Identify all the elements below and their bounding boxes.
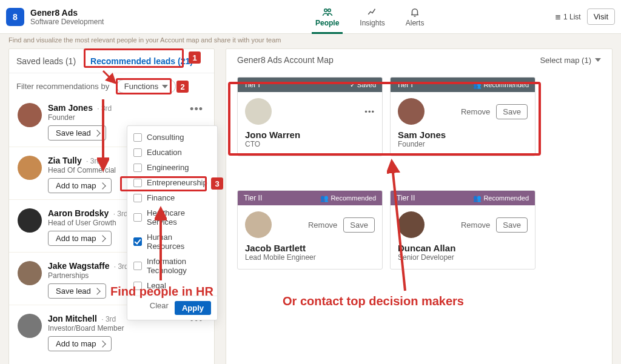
people-icon — [322, 7, 333, 18]
connection-level: · 3rd — [111, 210, 127, 218]
option-label: Legal — [147, 281, 166, 290]
dropdown-option[interactable]: Entrepreneurship — [127, 175, 217, 190]
tier-label: Tier II — [244, 194, 262, 202]
card-role: Founder — [398, 140, 528, 148]
option-label: Human Resources — [147, 233, 211, 251]
checkbox[interactable] — [133, 133, 142, 142]
add-to-map-button[interactable]: Add to map — [48, 336, 112, 351]
avatar — [18, 208, 42, 233]
map-card: Tier I 👥 Recommended RemoveSave Sam Jone… — [390, 77, 535, 156]
card-tag: ✓ Saved — [350, 81, 376, 89]
avatar — [18, 156, 42, 180]
map-selector[interactable]: Select map (1) — [540, 56, 601, 65]
save-button[interactable]: Save — [343, 217, 375, 233]
card-name[interactable]: Jacob Bartlett — [245, 243, 375, 253]
company-name: Gener8 Ads — [30, 8, 104, 18]
checkbox[interactable] — [133, 179, 142, 187]
card-tier-header: Tier II 👥 Recommended — [391, 191, 535, 205]
map-card: Tier II 👥 Recommended RemoveSave Jacob B… — [237, 190, 383, 270]
card-tier-header: Tier I ✓ Saved — [238, 78, 382, 92]
checkbox[interactable] — [133, 194, 142, 202]
chevron-right-icon — [99, 340, 106, 347]
checkbox[interactable] — [133, 282, 142, 290]
option-label: Entrepreneurship — [147, 178, 207, 187]
lead-name[interactable]: Jake Wagstaffe — [48, 261, 109, 271]
dropdown-apply[interactable]: Apply — [175, 301, 211, 315]
avatar — [18, 103, 42, 127]
avatar — [398, 98, 425, 125]
nav-insights[interactable]: Insights — [360, 0, 384, 34]
dropdown-option[interactable]: Education — [127, 145, 217, 160]
dropdown-clear[interactable]: Clear — [150, 301, 169, 315]
card-name[interactable]: Jono Warren — [245, 130, 375, 140]
save-lead-button[interactable]: Save lead — [48, 125, 106, 141]
card-tier-header: Tier II 👥 Recommended — [238, 191, 382, 205]
company-category: Software Development — [30, 18, 104, 26]
chevron-right-icon — [99, 235, 106, 242]
list-button[interactable]: ≣ 1 List — [555, 13, 581, 21]
checkbox[interactable] — [133, 262, 142, 270]
company-logo: 8 — [6, 8, 24, 26]
lead-name[interactable]: Zia Tully — [48, 156, 82, 165]
tier-label: Tier I — [244, 81, 260, 89]
option-label: Consulting — [147, 133, 184, 142]
chevron-right-icon — [93, 130, 100, 136]
save-button[interactable]: Save — [496, 104, 528, 119]
dropdown-option[interactable]: Legal — [127, 278, 217, 293]
avatar — [18, 314, 42, 338]
lead-name[interactable]: Jon Mitchell — [48, 314, 97, 323]
remove-link[interactable]: Remove — [461, 107, 490, 116]
functions-filter-pill[interactable]: Functions — [116, 79, 176, 93]
filter-label: Filter recommendations by — [16, 82, 109, 91]
connection-level: · 3rd — [112, 262, 128, 271]
checkbox[interactable] — [133, 164, 142, 172]
more-icon[interactable]: ••• — [364, 107, 375, 116]
save-lead-button[interactable]: Save lead — [48, 283, 106, 299]
tier-label: Tier I — [397, 81, 413, 89]
svg-point-0 — [324, 9, 327, 12]
option-label: Engineering — [147, 163, 189, 172]
card-name[interactable]: Sam Jones — [398, 130, 528, 140]
nav-alerts[interactable]: Alerts — [406, 0, 425, 34]
more-icon[interactable]: ••• — [187, 103, 206, 116]
dropdown-option[interactable]: Finance — [127, 190, 217, 205]
remove-link[interactable]: Remove — [461, 220, 490, 230]
card-role: CTO — [245, 140, 375, 148]
chevron-down-icon — [595, 58, 601, 62]
dropdown-option[interactable]: Human Resources — [127, 230, 217, 254]
top-bar: 8 Gener8 Ads Software Development People… — [0, 0, 621, 34]
connection-level: · 3rd — [84, 157, 101, 165]
insights-icon — [367, 7, 378, 18]
dropdown-option[interactable]: Information Technology — [127, 254, 217, 278]
visit-button[interactable]: Visit — [587, 8, 615, 25]
functions-dropdown: ConsultingEducationEngineeringEntreprene… — [127, 125, 218, 320]
save-button[interactable]: Save — [496, 217, 528, 233]
checkbox[interactable] — [133, 237, 142, 246]
connection-level: · 3rd — [99, 315, 116, 323]
bell-icon — [409, 7, 420, 18]
remove-link[interactable]: Remove — [308, 220, 337, 230]
option-label: Healthcare Services — [147, 208, 211, 227]
card-name[interactable]: Duncan Allan — [398, 243, 528, 253]
card-tag: 👥 Recommended — [320, 194, 376, 202]
dropdown-option[interactable]: Consulting — [127, 130, 217, 145]
avatar — [245, 211, 272, 238]
dropdown-option[interactable]: Healthcare Services — [127, 205, 217, 230]
card-role: Senior Developer — [398, 253, 528, 262]
add-to-map-button[interactable]: Add to map — [48, 231, 112, 246]
nav-people[interactable]: People — [315, 0, 339, 34]
card-tag: 👥 Recommended — [473, 81, 529, 89]
lead-name[interactable]: Sam Jones — [48, 103, 93, 113]
tier-label: Tier II — [397, 194, 415, 202]
lead-name[interactable]: Aaron Brodsky — [48, 208, 109, 218]
checkbox[interactable] — [133, 213, 142, 222]
chevron-right-icon — [93, 288, 100, 294]
lead-role: Investor/Board Member — [48, 324, 181, 333]
dropdown-option[interactable]: Engineering — [127, 160, 217, 175]
substrip-text: Find and visualize the most relevant peo… — [0, 34, 621, 48]
tab-saved-leads[interactable]: Saved leads (1) — [15, 50, 77, 72]
top-nav: People Insights Alerts — [315, 0, 424, 34]
add-to-map-button[interactable]: Add to map — [48, 178, 112, 193]
checkbox[interactable] — [133, 148, 142, 157]
tab-recommended-leads[interactable]: Recommended leads (21) — [89, 50, 194, 72]
